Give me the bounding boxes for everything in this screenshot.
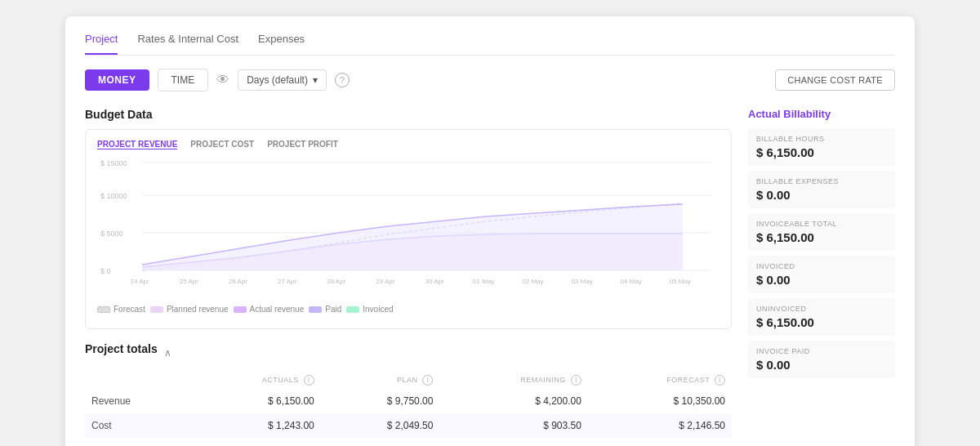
row-remaining: $ 903.50 — [439, 413, 587, 438]
forecast-info-icon[interactable]: i — [715, 375, 725, 386]
bill-label: INVOICEABLE TOTAL — [756, 220, 887, 228]
svg-text:04 May: 04 May — [621, 278, 642, 285]
invoiced-dot — [346, 306, 359, 313]
row-forecast: $ 8,203.50 — [588, 438, 732, 446]
help-icon[interactable]: ? — [335, 73, 350, 87]
svg-text:29 Apr: 29 Apr — [376, 278, 394, 285]
paid-dot — [309, 306, 322, 313]
row-actuals: $ 4,907.00 — [189, 438, 320, 446]
bill-value: $ 0.00 — [756, 358, 887, 372]
bill-label: UNINVOICED — [756, 305, 887, 313]
row-plan: $ 2,049.50 — [321, 413, 440, 438]
row-name: Revenue — [85, 389, 189, 413]
bill-items: BILLABLE HOURS $ 6,150.00 BILLABLE EXPEN… — [748, 128, 895, 378]
col-actuals: ACTUALS i — [189, 372, 320, 389]
tab-project[interactable]: Project — [85, 33, 118, 55]
row-remaining: $ 4,200.00 — [439, 389, 587, 413]
legend-paid: Paid — [309, 305, 341, 314]
bill-label: BILLABLE EXPENSES — [756, 177, 887, 185]
row-forecast: $ 10,350.00 — [588, 389, 732, 413]
svg-text:$ 5000: $ 5000 — [100, 230, 123, 238]
bill-card: BILLABLE HOURS $ 6,150.00 — [748, 128, 895, 166]
controls-bar: MONEY TIME 👁 Days (default) ▾ ? CHANGE C… — [85, 69, 895, 91]
planned-dot — [150, 306, 163, 313]
svg-text:03 May: 03 May — [571, 278, 592, 285]
row-remaining: $ 3,296.50 — [439, 438, 587, 446]
row-actuals: $ 6,150.00 — [189, 389, 320, 413]
svg-text:02 May: 02 May — [522, 278, 543, 285]
svg-text:25 Apr: 25 Apr — [180, 278, 198, 285]
legend-invoiced: Invoiced — [346, 305, 393, 314]
row-actuals: $ 1,243.00 — [189, 413, 320, 438]
bill-card: INVOICED $ 0.00 — [748, 256, 895, 293]
legend-actual: Actual revenue — [234, 305, 305, 314]
actual-billability-title: Actual Billability — [748, 108, 895, 120]
tab-expenses[interactable]: Expenses — [258, 33, 305, 55]
row-plan: $ 7,700.50 — [321, 438, 440, 446]
bill-card: UNINVOICED $ 6,150.00 — [748, 298, 895, 336]
col-remaining: REMAINING i — [439, 372, 587, 389]
svg-text:$ 0: $ 0 — [100, 267, 111, 275]
chart-container: PROJECT REVENUE PROJECT COST PROJECT PRO… — [85, 129, 732, 329]
bill-card: INVOICEABLE TOTAL $ 6,150.00 — [748, 213, 895, 251]
svg-text:05 May: 05 May — [670, 278, 691, 285]
table-row: Cost $ 1,243.00 $ 2,049.50 $ 903.50 $ 2,… — [85, 413, 732, 438]
project-totals-header: Project totals ∧ — [85, 342, 732, 363]
budget-data-title: Budget Data — [85, 108, 732, 121]
forecast-dot — [97, 306, 110, 313]
svg-text:24 Apr: 24 Apr — [131, 278, 149, 285]
chart-legend: Forecast Planned revenue Actual revenue … — [97, 305, 719, 314]
actuals-info-icon[interactable]: i — [304, 375, 314, 386]
bill-value: $ 6,150.00 — [756, 145, 887, 159]
bill-label: INVOICED — [756, 262, 887, 270]
main-tabs: Project Rates & Internal Cost Expenses — [85, 33, 895, 56]
main-layout: Budget Data PROJECT REVENUE PROJECT COST… — [85, 108, 895, 446]
svg-text:01 May: 01 May — [473, 278, 494, 285]
project-totals-table: ACTUALS i PLAN i REMAINING i FORECAST — [85, 372, 732, 446]
left-panel: Budget Data PROJECT REVENUE PROJECT COST… — [85, 108, 732, 446]
money-button[interactable]: MONEY — [85, 69, 149, 91]
legend-planned: Planned revenue — [150, 305, 229, 314]
row-forecast: $ 2,146.50 — [588, 413, 732, 438]
legend-forecast: Forecast — [97, 305, 145, 314]
visibility-icon[interactable]: 👁 — [216, 73, 229, 87]
plan-info-icon[interactable]: i — [422, 375, 433, 386]
remaining-info-icon[interactable]: i — [571, 375, 581, 386]
bill-label: BILLABLE HOURS — [756, 135, 887, 143]
svg-text:$ 10000: $ 10000 — [100, 192, 127, 200]
change-cost-rate-button[interactable]: CHANGE COST RATE — [775, 69, 895, 91]
col-forecast: FORECAST i — [588, 372, 732, 389]
bill-value: $ 6,150.00 — [756, 230, 887, 244]
bill-label: INVOICE PAID — [756, 347, 887, 355]
bill-card: INVOICE PAID $ 0.00 — [748, 341, 895, 378]
row-plan: $ 9,750.00 — [321, 389, 440, 413]
svg-text:27 Apr: 27 Apr — [278, 278, 296, 285]
col-name — [85, 372, 189, 389]
time-button[interactable]: TIME — [158, 69, 209, 91]
right-panel: Actual Billability BILLABLE HOURS $ 6,15… — [748, 108, 895, 446]
days-select[interactable]: Days (default) ▾ — [238, 69, 327, 91]
svg-text:$ 15000: $ 15000 — [100, 159, 127, 167]
chart-tab-cost[interactable]: PROJECT COST — [190, 140, 254, 149]
col-plan: PLAN i — [321, 372, 440, 389]
chart-tab-legend: PROJECT REVENUE PROJECT COST PROJECT PRO… — [97, 140, 719, 149]
row-name: Cost — [85, 413, 189, 438]
svg-text:28 Apr: 28 Apr — [327, 278, 345, 285]
chart-tab-profit[interactable]: PROJECT PROFIT — [267, 140, 338, 149]
table-row: Profit $ 4,907.00 $ 7,700.50 $ 3,296.50 … — [85, 438, 732, 446]
table-row: Revenue $ 6,150.00 $ 9,750.00 $ 4,200.00… — [85, 389, 732, 413]
svg-text:26 Apr: 26 Apr — [229, 278, 247, 285]
tab-rates[interactable]: Rates & Internal Cost — [137, 33, 238, 55]
bill-card: BILLABLE EXPENSES $ 0.00 — [748, 171, 895, 208]
chart-tab-revenue[interactable]: PROJECT REVENUE — [97, 140, 177, 149]
main-card: Project Rates & Internal Cost Expenses M… — [65, 16, 915, 446]
bill-value: $ 6,150.00 — [756, 315, 887, 329]
chevron-down-icon: ▾ — [313, 74, 318, 86]
project-totals-title: Project totals — [85, 342, 158, 355]
budget-chart: $ 15000 $ 10000 $ 5000 $ 0 — [97, 154, 719, 301]
bill-value: $ 0.00 — [756, 273, 887, 287]
row-name: Profit — [85, 438, 189, 446]
collapse-icon[interactable]: ∧ — [164, 347, 172, 359]
actual-dot — [234, 306, 247, 313]
bill-value: $ 0.00 — [756, 188, 887, 202]
